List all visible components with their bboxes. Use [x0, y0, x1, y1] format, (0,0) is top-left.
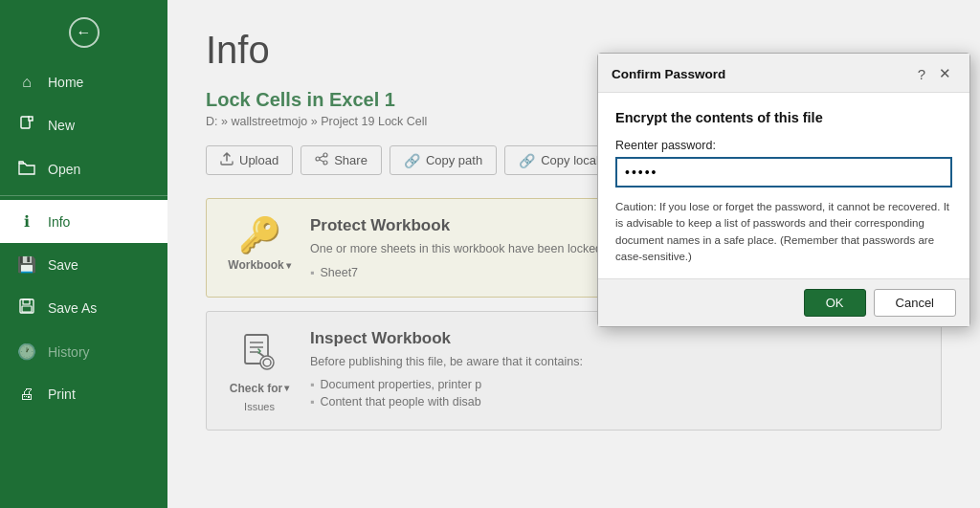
home-icon: ⌂ — [17, 74, 36, 91]
sidebar-item-history-label: History — [48, 344, 90, 360]
save-icon: 💾 — [17, 255, 36, 274]
dialog-backdrop: Confirm Password ? ✕ Encrypt the content… — [167, 0, 980, 508]
sidebar-item-save-as-label: Save As — [48, 300, 97, 316]
dialog-caution-text: Caution: If you lose or forget the passw… — [615, 199, 952, 265]
sidebar-item-home[interactable]: ⌂ Home — [0, 61, 167, 103]
sidebar-item-print[interactable]: 🖨 Print — [0, 373, 167, 415]
dialog-body: Encrypt the contents of this file Reente… — [598, 93, 969, 278]
svg-rect-5 — [22, 306, 32, 312]
dialog-close-button[interactable]: ✕ — [934, 63, 956, 84]
sidebar-item-info-label: Info — [48, 214, 70, 230]
sidebar-item-new[interactable]: New — [0, 103, 167, 147]
new-icon — [17, 116, 36, 135]
dialog-title: Confirm Password — [612, 67, 725, 81]
dialog-header: Confirm Password ? ✕ — [598, 54, 969, 93]
dialog-encrypt-title: Encrypt the contents of this file — [615, 110, 952, 125]
print-icon: 🖨 — [17, 386, 36, 403]
sidebar-item-home-label: Home — [48, 75, 83, 90]
history-icon: 🕐 — [17, 342, 36, 361]
sidebar-nav: ⌂ Home New Open ℹ Info 💾 Save — [0, 61, 167, 508]
back-circle-icon[interactable]: ← — [69, 17, 100, 48]
dialog-password-input[interactable] — [615, 157, 952, 188]
sidebar-item-open-label: Open — [48, 162, 80, 177]
dialog-password-label: Reenter password: — [615, 139, 952, 152]
sidebar: ← ⌂ Home New Open ℹ Info � — [0, 0, 167, 508]
sidebar-item-history[interactable]: 🕐 History — [0, 330, 167, 373]
info-icon: ℹ — [17, 212, 36, 231]
save-as-icon — [17, 298, 36, 318]
sidebar-item-new-label: New — [48, 118, 75, 133]
sidebar-item-save-label: Save — [48, 257, 78, 273]
sidebar-item-print-label: Print — [48, 387, 76, 402]
sidebar-item-info[interactable]: ℹ Info — [0, 200, 167, 243]
dialog-cancel-button[interactable]: Cancel — [874, 289, 956, 317]
svg-rect-4 — [23, 299, 30, 304]
main-content: Info Lock Cells in Excel 1 D: » wallstre… — [167, 0, 980, 508]
svg-rect-2 — [29, 117, 33, 121]
dialog-help-button[interactable]: ? — [913, 64, 930, 84]
confirm-password-dialog: Confirm Password ? ✕ Encrypt the content… — [597, 53, 970, 327]
dialog-ok-button[interactable]: OK — [804, 289, 866, 317]
sidebar-divider — [0, 195, 167, 196]
sidebar-item-save-as[interactable]: Save As — [0, 286, 167, 330]
open-icon — [17, 160, 36, 179]
back-button[interactable]: ← — [0, 0, 167, 61]
dialog-header-buttons: ? ✕ — [913, 63, 956, 84]
sidebar-item-open[interactable]: Open — [0, 147, 167, 191]
sidebar-item-save[interactable]: 💾 Save — [0, 243, 167, 286]
dialog-footer: OK Cancel — [598, 278, 969, 326]
